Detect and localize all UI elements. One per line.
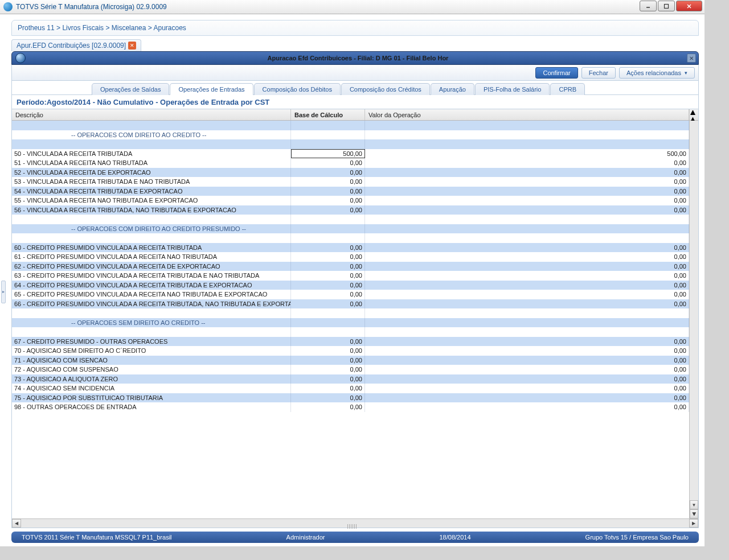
table-row[interactable]: 60 - CREDITO PRESUMIDO VINCULADA A RECEI… <box>12 243 689 253</box>
scroll-down-icon[interactable]: ▼ <box>690 500 698 509</box>
cell-desc: 62 - CREDITO PRESUMIDO VINCULADA A RECEI… <box>12 262 291 271</box>
table-row[interactable] <box>12 215 689 224</box>
table-row[interactable]: 54 - VINCULADA A RECEITA TRIBUTADA E EXP… <box>12 187 689 196</box>
cell-val <box>365 327 689 337</box>
cell-base: 0,00 <box>291 252 365 262</box>
table-row[interactable]: 51 - VINCULADA A RECEITA NAO TRIBUTADA0,… <box>12 158 689 168</box>
tab-opera-es-de-sa-das[interactable]: Operações de Saídas <box>92 83 169 95</box>
tab-composi-o-dos-d-bitos[interactable]: Composição dos Débitos <box>254 83 341 95</box>
status-user: Administrador <box>276 534 335 541</box>
tab-pis-folha-de-sal-rio[interactable]: PIS-Folha de Salário <box>475 83 550 95</box>
close-button[interactable]: Fechar <box>581 67 616 79</box>
cell-val: 0,00 <box>365 205 689 215</box>
grid-header: Descrição Base de Cálculo Valor da Opera… <box>12 109 698 121</box>
table-row[interactable]: -- OPERACOES COM DIREITO AO CREDITO -- <box>12 130 689 140</box>
svg-rect-1 <box>665 4 669 8</box>
column-header-descricao[interactable]: Descrição <box>12 109 291 120</box>
table-row[interactable]: 65 - CREDITO PRESUMIDO VINCULADA A RECEI… <box>12 290 689 299</box>
table-row[interactable]: 75 - AQUISICAO POR SUBSTITUICAO TRIBUTAR… <box>12 393 689 403</box>
cell-val <box>365 318 689 328</box>
cell-val: 0,00 <box>365 346 689 356</box>
cell-desc: 65 - CREDITO PRESUMIDO VINCULADA A RECEI… <box>12 290 291 299</box>
tabs-row: Operações de SaídasOperações de Entradas… <box>11 81 699 94</box>
cell-val <box>365 233 689 243</box>
cell-base: 0,00 <box>291 393 365 403</box>
cell-desc <box>12 215 291 224</box>
table-row[interactable]: 67 - CREDITO PRESUMIDO - OUTRAS OPERACOE… <box>12 337 689 347</box>
scroll-left-icon[interactable]: ◀ <box>12 519 21 528</box>
table-row[interactable] <box>12 233 689 243</box>
scroll-top-icon[interactable]: ⯅ <box>690 109 698 115</box>
column-header-valor[interactable]: Valor da Operação <box>365 109 689 120</box>
cell-desc: 60 - CREDITO PRESUMIDO VINCULADA A RECEI… <box>12 243 291 253</box>
app-icon <box>3 2 13 11</box>
cell-val: 0,00 <box>365 271 689 281</box>
tab-cprb[interactable]: CPRB <box>550 83 585 95</box>
cell-desc: 56 - VINCULADA A RECEITA TRIBUTADA, NAO … <box>12 205 291 215</box>
cell-base <box>291 130 365 140</box>
cell-val: 0,00 <box>365 243 689 253</box>
document-tab-close-icon[interactable]: ✕ <box>128 42 136 50</box>
window-close-button[interactable] <box>676 1 702 11</box>
table-row[interactable]: 73 - AQUISICAO A ALIQUOTA ZERO0,000,00 <box>12 374 689 384</box>
table-row[interactable]: 53 - VINCULADA A RECEITA TRIBUTADA E NAO… <box>12 177 689 187</box>
window-maximize-button[interactable] <box>658 1 675 11</box>
cell-base: 0,00 <box>291 158 365 168</box>
table-row[interactable] <box>12 308 689 318</box>
cell-base: 0,00 <box>291 168 365 178</box>
table-row[interactable]: 63 - CREDITO PRESUMIDO VINCULADA A RECEI… <box>12 271 689 281</box>
cell-val: 0,00 <box>365 252 689 262</box>
cell-desc: 54 - VINCULADA A RECEITA TRIBUTADA E EXP… <box>12 187 291 196</box>
cell-val: 0,00 <box>365 393 689 403</box>
tab-opera-es-de-entradas[interactable]: Operações de Entradas <box>170 83 253 95</box>
table-row[interactable]: -- OPERACOES COM DIREITO AO CREDITO PRES… <box>12 224 689 234</box>
table-row[interactable]: 55 - VINCULADA A RECEITA NAO TRIBUTADA E… <box>12 196 689 205</box>
grid-body[interactable]: -- OPERACOES COM DIREITO AO CREDITO --50… <box>12 121 689 518</box>
cell-base: 0,00 <box>291 243 365 253</box>
table-row[interactable]: 72 - AQUISICAO COM SUSPENSAO0,000,00 <box>12 365 689 374</box>
window-minimize-button[interactable] <box>640 1 657 11</box>
confirm-button[interactable]: Confirmar <box>535 67 578 79</box>
related-actions-button[interactable]: Ações relacionadas <box>619 67 695 79</box>
cell-val: 0,00 <box>365 337 689 347</box>
table-row[interactable]: 70 - AQUISICAO SEM DIREITO AO C´REDITO0,… <box>12 346 689 356</box>
table-row[interactable] <box>12 327 689 337</box>
sidebar-collapse-handle[interactable]: ▸ <box>1 281 6 303</box>
cell-desc: -- OPERACOES COM DIREITO AO CREDITO -- <box>12 130 291 140</box>
cell-desc: 75 - AQUISICAO POR SUBSTITUICAO TRIBUTAR… <box>12 393 291 403</box>
cell-val: 0,00 <box>365 374 689 384</box>
table-row[interactable]: 56 - VINCULADA A RECEITA TRIBUTADA, NAO … <box>12 205 689 215</box>
scroll-bottom-icon[interactable]: ⯆ <box>690 509 698 518</box>
tab-apura-o[interactable]: Apuração <box>431 83 474 95</box>
horizontal-scrollbar[interactable]: ◀ ▶ <box>12 518 698 528</box>
table-row[interactable]: 50 - VINCULADA A RECEITA TRIBUTADA500,00… <box>12 149 689 159</box>
tab-composi-o-dos-cr-ditos[interactable]: Composição dos Créditos <box>341 83 430 95</box>
cell-base: 0,00 <box>291 290 365 299</box>
cell-val: 0,00 <box>365 402 689 412</box>
table-row[interactable]: 52 - VINCULADA A RECEITA DE EXPORTACAO0,… <box>12 168 689 178</box>
table-row[interactable] <box>12 139 689 149</box>
table-row[interactable]: 62 - CREDITO PRESUMIDO VINCULADA A RECEI… <box>12 262 689 271</box>
table-row[interactable]: 64 - CREDITO PRESUMIDO VINCULADA A RECEI… <box>12 281 689 290</box>
scroll-right-icon[interactable]: ▶ <box>689 519 698 528</box>
table-row[interactable]: 61 - CREDITO PRESUMIDO VINCULADA A RECEI… <box>12 252 689 262</box>
table-row[interactable]: 98 - OUTRAS OPERACOES DE ENTRADA0,000,00 <box>12 402 689 412</box>
table-row[interactable]: 71 - AQUISICAO COM ISENCAO0,000,00 <box>12 356 689 365</box>
table-row[interactable]: -- OPERACOES SEM DIREITO AO CREDITO -- <box>12 318 689 328</box>
panel-header: Apuracao Efd Contribuicoes - Filial: D M… <box>11 51 699 65</box>
table-row[interactable] <box>12 121 689 130</box>
cell-val: 0,00 <box>365 365 689 374</box>
cell-base: 0,00 <box>291 346 365 356</box>
column-header-base[interactable]: Base de Cálculo <box>291 109 365 120</box>
table-row[interactable]: 74 - AQUISICAO SEM INCIDENCIA0,000,00 <box>12 384 689 393</box>
document-tab[interactable]: Apur.EFD Contribuições [02.9.0009] ✕ <box>11 39 141 51</box>
cell-val: 0,00 <box>365 158 689 168</box>
panel-close-icon[interactable]: ✕ <box>687 53 696 63</box>
cell-val: 0,00 <box>365 290 689 299</box>
period-label: Período:Agosto/2014 - Não Cumulativo - O… <box>11 94 699 109</box>
cell-val <box>365 121 689 130</box>
vertical-scrollbar[interactable]: ▼ ⯆ <box>689 121 698 518</box>
breadcrumb[interactable]: Protheus 11 > Livros Fiscais > Miscelane… <box>18 24 693 32</box>
scroll-up-icon[interactable]: ▲ <box>690 115 698 121</box>
table-row[interactable]: 66 - CREDITO PRESUMIDO VINCULADA A RECEI… <box>12 299 689 309</box>
